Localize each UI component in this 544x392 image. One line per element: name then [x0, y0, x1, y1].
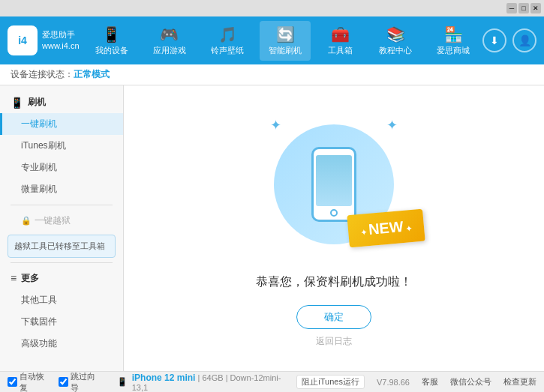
tutorial-icon: 📚 — [386, 25, 405, 43]
nav-toolbox[interactable]: 🧰 工具箱 — [318, 21, 363, 61]
logo-text: 爱思助手 www.i4.cn — [42, 29, 80, 52]
support-link[interactable]: 客服 — [422, 376, 438, 388]
sparkle-top-left: ✦ — [270, 117, 281, 133]
download-button[interactable]: ⬇ — [482, 28, 506, 52]
sidebar-one-key-flash[interactable]: 一键刷机 — [0, 113, 123, 135]
main-layout: 📱 刷机 一键刷机 iTunes刷机 专业刷机 微量刷机 🔒 一键越狱 越狱工具… — [0, 85, 544, 371]
lock-icon: 🔒 — [21, 216, 32, 226]
flash-section-icon: 📱 — [11, 97, 23, 109]
sidebar-more-title: 更多 — [21, 272, 39, 285]
nav-ringtones[interactable]: 🎵 铃声壁纸 — [202, 21, 253, 61]
skip-wizard-checkbox[interactable] — [59, 377, 68, 387]
header-right: ⬇ 👤 — [482, 28, 536, 52]
nav-apps-games[interactable]: 🎮 应用游戏 — [144, 21, 195, 61]
sidebar-other-tools[interactable]: 其他工具 — [0, 289, 123, 311]
logo-area: i4 爱思助手 www.i4.cn — [8, 25, 83, 55]
update-link[interactable]: 检查更新 — [503, 376, 536, 388]
go-back-link[interactable]: 返回日志 — [316, 335, 352, 348]
stop-itunes-button[interactable]: 阻止iTunes运行 — [296, 375, 365, 389]
jailbreak-notice: 越狱工具已转移至工具箱 — [8, 235, 116, 258]
auto-restore-label[interactable]: 自动恢复 — [8, 371, 53, 393]
close-button[interactable]: ✕ — [530, 3, 541, 13]
sidebar-more-header: ≡ 更多 — [0, 268, 123, 289]
device-info: 📱 iPhone 12 mini | 64GB | Down-12mini-13… — [117, 373, 297, 392]
sidebar-itunes-flash[interactable]: iTunes刷机 — [0, 135, 123, 157]
nav-toolbox-label: 工具箱 — [328, 45, 353, 56]
sidebar-download-firmware[interactable]: 下载固件 — [0, 311, 123, 333]
sidebar-divider-1 — [11, 205, 113, 205]
content-area: NEW ✦ ✦ 恭喜您，保资料刷机成功啦！ 确定 返回日志 — [124, 85, 544, 371]
nav-apps-games-label: 应用游戏 — [153, 45, 186, 56]
ringtones-icon: 🎵 — [218, 25, 237, 43]
skip-wizard-text: 跳过向导 — [71, 371, 104, 393]
status-value: 正常模式 — [74, 68, 110, 81]
status-label-prefix: 设备连接状态： — [11, 68, 74, 81]
sidebar-divider-2 — [11, 262, 113, 263]
sidebar-flash-header: 📱 刷机 — [0, 91, 123, 113]
user-button[interactable]: 👤 — [512, 28, 536, 52]
auto-restore-text: 自动恢复 — [20, 371, 53, 393]
nav-smart-flash[interactable]: 🔄 智能刷机 — [260, 21, 311, 61]
my-device-icon: 📱 — [102, 25, 121, 43]
phone-illustration: NEW ✦ ✦ — [259, 109, 409, 259]
nav-ringtones-label: 铃声壁纸 — [211, 45, 244, 56]
device-name: iPhone 12 mini — [132, 373, 196, 383]
bottom-right: 阻止iTunes运行 V7.98.66 客服 微信公众号 检查更新 — [296, 375, 536, 389]
store-icon: 🏪 — [444, 25, 463, 43]
success-text: 恭喜您，保资料刷机成功啦！ — [256, 274, 412, 290]
nav-items: 📱 我的设备 🎮 应用游戏 🎵 铃声壁纸 🔄 智能刷机 🧰 工具箱 📚 教程中心… — [83, 21, 482, 61]
device-details: iPhone 12 mini | 64GB | Down-12mini-13,1 — [132, 373, 297, 392]
nav-store-label: 爱思商城 — [437, 45, 470, 56]
status-bar: 设备连接状态： 正常模式 — [0, 64, 544, 85]
confirm-button[interactable]: 确定 — [296, 305, 371, 329]
new-badge: NEW — [347, 208, 425, 247]
nav-tutorial-label: 教程中心 — [379, 45, 412, 56]
sparkle-top-right: ✦ — [386, 117, 398, 133]
phone-home-button — [330, 209, 338, 217]
minimize-button[interactable]: ─ — [506, 3, 517, 13]
logo-icon: i4 — [8, 25, 38, 55]
sidebar-data-flash[interactable]: 微量刷机 — [0, 178, 123, 200]
sidebar-jailbreak-header: 🔒 一键越狱 — [0, 210, 123, 232]
logo-line1: 爱思助手 — [42, 29, 80, 40]
sidebar-jailbreak-title: 一键越狱 — [35, 214, 71, 227]
nav-my-device[interactable]: 📱 我的设备 — [86, 21, 137, 61]
skip-wizard-label[interactable]: 跳过向导 — [59, 371, 104, 393]
phone-body — [311, 147, 356, 222]
header: i4 爱思助手 www.i4.cn 📱 我的设备 🎮 应用游戏 🎵 铃声壁纸 🔄… — [0, 16, 544, 64]
sidebar: 📱 刷机 一键刷机 iTunes刷机 专业刷机 微量刷机 🔒 一键越狱 越狱工具… — [0, 85, 124, 371]
nav-tutorial[interactable]: 📚 教程中心 — [370, 21, 421, 61]
more-section-icon: ≡ — [11, 272, 17, 284]
toolbox-icon: 🧰 — [331, 25, 350, 43]
device-storage: | 64GB — [198, 373, 224, 382]
apps-games-icon: 🎮 — [160, 25, 179, 43]
logo-line2: www.i4.cn — [42, 40, 80, 52]
bottom-left: 自动恢复 跳过向导 📱 iPhone 12 mini | 64GB | Down… — [8, 371, 296, 393]
bottom-bar: 自动恢复 跳过向导 📱 iPhone 12 mini | 64GB | Down… — [0, 371, 544, 392]
sidebar-pro-flash[interactable]: 专业刷机 — [0, 157, 123, 178]
device-icon: 📱 — [117, 377, 128, 387]
auto-restore-checkbox[interactable] — [8, 377, 17, 387]
wechat-link[interactable]: 微信公众号 — [450, 376, 491, 388]
phone-screen — [316, 155, 352, 206]
sidebar-flash-title: 刷机 — [28, 96, 46, 109]
nav-my-device-label: 我的设备 — [95, 45, 128, 56]
nav-smart-flash-label: 智能刷机 — [269, 45, 302, 56]
maximize-button[interactable]: □ — [518, 3, 529, 13]
version-text: V7.98.66 — [377, 378, 410, 387]
nav-store[interactable]: 🏪 爱思商城 — [428, 21, 479, 61]
sidebar-advanced[interactable]: 高级功能 — [0, 333, 123, 355]
title-bar: ─ □ ✕ — [0, 0, 544, 16]
smart-flash-icon: 🔄 — [276, 25, 295, 43]
